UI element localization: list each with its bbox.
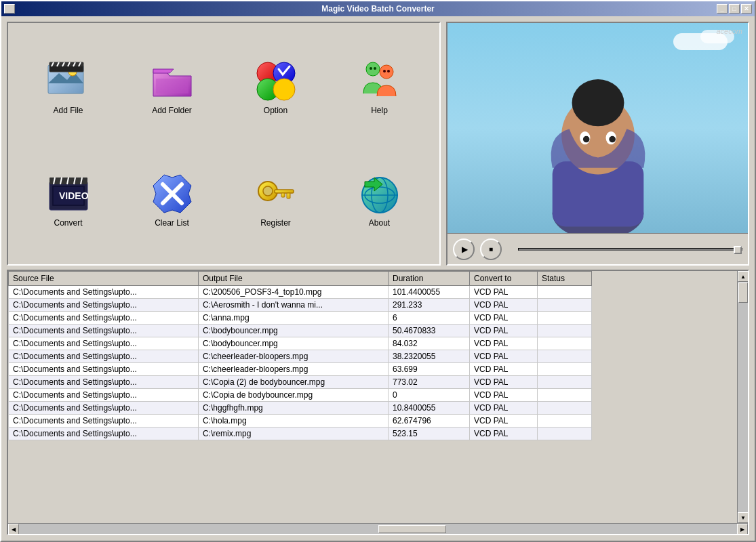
video-preview: acecom (447, 23, 748, 233)
cell-status (538, 376, 592, 389)
help-label: Help (371, 106, 388, 115)
add-file-label: Add File (53, 106, 83, 115)
cell-source: C:\Documents and Settings\upto... (9, 337, 199, 350)
cell-status (538, 350, 592, 363)
cell-source: C:\Documents and Settings\upto... (9, 286, 199, 299)
maximize-button[interactable]: □ (729, 4, 740, 14)
add-folder-button[interactable]: Add Folder (123, 34, 221, 141)
about-label: About (369, 218, 390, 228)
cell-status (538, 325, 592, 337)
convert-icon: VIDEO (47, 172, 90, 215)
cell-status (538, 402, 592, 415)
cell-output: C:\bodybouncer.mpg (199, 325, 389, 337)
cell-output: C:\Copia de bodybouncer.mpg (199, 389, 389, 402)
title-bar: Magic Video Batch Converter _ □ ✕ (1, 1, 755, 16)
h-scroll-thumb[interactable] (378, 525, 446, 533)
table-row[interactable]: C:\Documents and Settings\upto...C:\2005… (9, 286, 592, 299)
table-row[interactable]: C:\Documents and Settings\upto...C:\hola… (9, 415, 592, 428)
cell-source: C:\Documents and Settings\upto... (9, 350, 199, 363)
scroll-thumb[interactable] (738, 283, 748, 303)
svg-point-17 (370, 67, 372, 70)
scroll-down-button[interactable]: ▼ (738, 512, 748, 523)
h-scroll-track[interactable] (19, 524, 737, 534)
table-scroll-area[interactable]: Source File Output File Duration Convert… (8, 271, 737, 523)
controls-bar: ▶ ■ (447, 233, 748, 264)
cell-source: C:\Documents and Settings\upto... (9, 376, 199, 389)
volume-slider[interactable] (518, 248, 742, 251)
about-button[interactable]: About (330, 146, 429, 253)
cell-duration: 10.8400055 (389, 402, 470, 415)
cell-status (538, 389, 592, 402)
svg-rect-38 (281, 193, 285, 197)
cell-source: C:\Documents and Settings\upto... (9, 363, 199, 376)
convert-button[interactable]: VIDEO Convert (19, 146, 117, 253)
table-row[interactable]: C:\Documents and Settings\upto...C:\Copi… (9, 389, 592, 402)
table-header: Source File Output File Duration Convert… (9, 272, 592, 286)
cell-convert_to: VCD PAL (470, 350, 538, 363)
cell-duration: 6 (389, 312, 470, 325)
vertical-scrollbar[interactable]: ▲ ▼ (737, 271, 748, 523)
top-section: Add File (7, 22, 749, 266)
table-body: C:\Documents and Settings\upto...C:\2005… (9, 286, 592, 440)
window-title: Magic Video Batch Converter (321, 4, 435, 14)
svg-point-15 (366, 62, 380, 76)
svg-point-19 (383, 70, 386, 72)
table-row[interactable]: C:\Documents and Settings\upto...C:\chee… (9, 350, 592, 363)
cell-source: C:\Documents and Settings\upto... (9, 325, 199, 337)
scroll-right-button[interactable]: ▶ (737, 524, 748, 535)
cell-convert_to: VCD PAL (470, 402, 538, 415)
table-row[interactable]: C:\Documents and Settings\upto...C:\anna… (9, 312, 592, 325)
table-row[interactable]: C:\Documents and Settings\upto...C:\Aero… (9, 299, 592, 312)
cell-output: C:\200506_POSF3-4_top10.mpg (199, 286, 389, 299)
button-panel: Add File (7, 22, 441, 266)
about-icon (358, 172, 401, 215)
table-row[interactable]: C:\Documents and Settings\upto...C:\hggf… (9, 402, 592, 415)
cell-source: C:\Documents and Settings\upto... (9, 389, 199, 402)
cell-duration: 38.2320055 (389, 350, 470, 363)
window-menu-button[interactable] (4, 4, 15, 14)
scroll-left-button[interactable]: ◀ (8, 524, 19, 535)
minimize-button[interactable]: _ (717, 4, 728, 14)
register-label: Register (260, 218, 291, 228)
option-button[interactable]: Option (226, 34, 325, 141)
volume-handle[interactable] (734, 246, 742, 254)
add-file-button[interactable]: Add File (19, 34, 117, 141)
file-table: Source File Output File Duration Convert… (8, 271, 592, 440)
cell-source: C:\Documents and Settings\upto... (9, 402, 199, 415)
table-row[interactable]: C:\Documents and Settings\upto...C:\body… (9, 325, 592, 337)
cell-output: C:\cheerleader-bloopers.mpg (199, 363, 389, 376)
stop-icon: ■ (489, 245, 493, 253)
svg-point-50 (609, 136, 616, 143)
cell-duration: 63.699 (389, 363, 470, 376)
stop-button[interactable]: ■ (480, 238, 502, 260)
svg-point-16 (380, 65, 393, 79)
cell-duration: 62.674796 (389, 415, 470, 428)
register-button[interactable]: Register (226, 146, 325, 253)
cell-status (538, 299, 592, 312)
table-row[interactable]: C:\Documents and Settings\upto...C:\Copi… (9, 376, 592, 389)
cell-convert_to: VCD PAL (470, 428, 538, 440)
cell-source: C:\Documents and Settings\upto... (9, 415, 199, 428)
table-row[interactable]: C:\Documents and Settings\upto...C:\chee… (9, 363, 592, 376)
play-button[interactable]: ▶ (453, 238, 475, 260)
cell-convert_to: VCD PAL (470, 299, 538, 312)
file-list-section: Source File Output File Duration Convert… (7, 270, 749, 535)
clear-list-button[interactable]: Clear List (123, 146, 221, 253)
scroll-track[interactable] (738, 282, 748, 512)
person-silhouette (530, 64, 666, 233)
cell-status (538, 337, 592, 350)
option-icon (254, 60, 298, 103)
table-row[interactable]: C:\Documents and Settings\upto...C:\body… (9, 337, 592, 350)
help-button[interactable]: Help (330, 34, 429, 141)
scroll-up-button[interactable]: ▲ (738, 271, 748, 282)
cell-status (538, 428, 592, 440)
close-button[interactable]: ✕ (741, 4, 752, 14)
cell-output: C:\bodybouncer.mpg (199, 337, 389, 350)
col-convert: Convert to (470, 272, 538, 286)
window-controls: _ □ ✕ (717, 4, 752, 14)
option-label: Option (264, 106, 287, 115)
cell-source: C:\Documents and Settings\upto... (9, 312, 199, 325)
cell-output: C:\hola.mpg (199, 415, 389, 428)
horizontal-scrollbar[interactable]: ◀ ▶ (8, 523, 748, 534)
table-row[interactable]: C:\Documents and Settings\upto...C:\remi… (9, 428, 592, 440)
